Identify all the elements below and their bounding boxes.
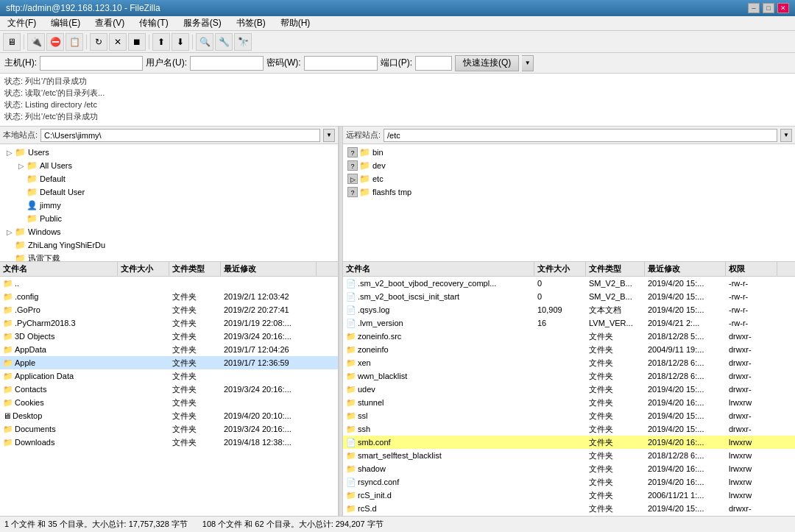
right-file-perm: lrwxrw [726, 478, 777, 486]
menu-server[interactable]: 服务器(S) [179, 15, 226, 31]
toolbar-site-manager[interactable]: 📋 [66, 33, 83, 51]
left-file-row[interactable]: 📁Documents 文件夹 2019/3/24 20:16:... [0, 422, 338, 436]
toolbar-filter[interactable]: 🔧 [215, 33, 233, 51]
left-header-date[interactable]: 最近修改 [221, 262, 317, 276]
left-header-name[interactable]: 文件名 [0, 262, 118, 276]
left-tree-item[interactable]: 📁Public [1, 212, 336, 225]
right-tree[interactable]: ?📁bin?📁dev▷📁etc?📁flashfs tmp [343, 144, 795, 262]
maximize-button[interactable]: □ [763, 3, 774, 13]
left-tree-item[interactable]: 📁Default [1, 172, 336, 185]
folder-icon: 📁 [359, 174, 370, 184]
right-header-perm[interactable]: 权限 [726, 262, 777, 276]
left-file-row[interactable]: 📁Contacts 文件夹 2019/3/24 20:16:... [0, 383, 338, 396]
toolbar-cancel[interactable]: ✕ [109, 33, 127, 51]
left-file-row[interactable]: 🖥Desktop 文件夹 2019/4/20 20:10:... [0, 409, 338, 422]
right-path-input[interactable] [384, 129, 777, 142]
left-file-row[interactable]: 📁Downloads 文件夹 2019/4/18 12:38:... [0, 436, 338, 449]
right-header-name[interactable]: 文件名 [343, 262, 534, 276]
right-file-row[interactable]: 📄rsyncd.conf 文件夹 2019/4/20 16:... lrwxrw [343, 475, 795, 489]
left-file-row[interactable]: 📁Cookies 文件夹 [0, 396, 338, 409]
right-file-row[interactable]: 📁ssl 文件夹 2019/4/20 15:... drwxr- [343, 409, 795, 422]
right-path-dropdown[interactable]: ▼ [780, 129, 792, 142]
toolbar-search[interactable]: 🔍 [196, 33, 213, 51]
left-file-row[interactable]: 📁Application Data 文件夹 [0, 369, 338, 383]
right-file-type: LVM_VER... [586, 319, 645, 327]
tree-item-label: Default [40, 174, 66, 183]
right-file-row[interactable]: 📁zoneinfo.src 文件夹 2018/12/28 5:... drwxr… [343, 330, 795, 343]
left-tree-item[interactable]: 📁Default User [1, 185, 336, 199]
left-tree-item[interactable]: 👤jimmy [1, 199, 336, 212]
left-tree-item[interactable]: 📁迅雷下载 [1, 252, 336, 262]
right-file-date: 2019/4/20 16:... [645, 478, 726, 486]
left-header-size[interactable]: 文件大小 [118, 262, 169, 276]
quickconnect-dropdown[interactable]: ▼ [522, 55, 534, 71]
left-file-list[interactable]: 📁.. 📁.config 文件夹 2019/2/1 12:03:42 📁.GoP… [0, 277, 338, 516]
toolbar-download[interactable]: ⬇ [172, 33, 189, 51]
left-path-dropdown[interactable]: ▼ [323, 129, 335, 142]
right-file-name: 📁rcS_init.d [343, 491, 534, 500]
toolbar-refresh[interactable]: ↻ [90, 33, 107, 51]
right-file-row[interactable]: 📁udev 文件夹 2019/4/20 15:... drwxr- [343, 383, 795, 396]
left-file-row[interactable]: 📁AppData 文件夹 2019/1/7 12:04:26 [0, 343, 338, 356]
right-file-row[interactable]: 📄.lvm_version 16 LVM_VER... 2019/4/21 2:… [343, 316, 795, 330]
close-button[interactable]: ✕ [777, 3, 789, 13]
quickconnect-button[interactable]: 快速连接(Q) [455, 55, 519, 71]
right-header-date[interactable]: 最近修改 [645, 262, 726, 276]
left-file-row[interactable]: 📁Apple 文件夹 2019/1/7 12:36:59 [0, 356, 338, 369]
right-file-row[interactable]: 📁rcS.d 文件夹 2019/4/20 15:... drwxr- [343, 502, 795, 515]
right-file-row[interactable]: 📁smart_selftest_blacklist 文件夹 2018/12/28… [343, 449, 795, 462]
right-file-type: 文件夹 [586, 344, 645, 355]
right-header-type[interactable]: 文件类型 [586, 262, 645, 276]
toolbar-new-connection[interactable]: 🖥 [3, 33, 21, 51]
menu-help[interactable]: 帮助(H) [276, 15, 315, 31]
pass-input[interactable] [304, 56, 378, 71]
toolbar-connect[interactable]: 🔌 [27, 33, 45, 51]
toolbar-upload[interactable]: ⬆ [152, 33, 170, 51]
right-file-type: 文件夹 [586, 490, 645, 501]
right-header-size[interactable]: 文件大小 [534, 262, 586, 276]
left-tree-item[interactable]: ▷📁All Users [1, 159, 336, 172]
right-file-row[interactable]: 📁stunnel 文件夹 2019/4/20 16:... lrwxrw [343, 396, 795, 409]
right-file-row[interactable]: 📁zoneinfo 文件夹 2004/9/11 19:... drwxr- [343, 343, 795, 356]
right-file-row[interactable]: 📁xen 文件夹 2018/12/28 6:... drwxr- [343, 356, 795, 369]
left-tree[interactable]: ▷📁Users▷📁All Users 📁Default 📁Default Use… [0, 144, 338, 262]
left-file-row[interactable]: 📁.config 文件夹 2019/2/1 12:03:42 [0, 290, 338, 303]
right-tree-item[interactable]: ?📁dev [344, 159, 794, 172]
menu-file[interactable]: 文件(F) [3, 15, 40, 31]
right-file-date: 2019/4/20 15:... [645, 411, 726, 420]
right-file-row[interactable]: 📁rcS_init.d 文件夹 2006/11/21 1:... lrwxrw [343, 489, 795, 502]
menu-bookmark[interactable]: 书签(B) [232, 15, 270, 31]
right-file-row[interactable]: 📄smb.conf 文件夹 2019/4/20 16:... lrwxrw [343, 436, 795, 449]
left-tree-item[interactable]: 📁ZhiLang YingShiErDu [1, 238, 336, 252]
toolbar-disconnect[interactable]: ⛔ [46, 33, 64, 51]
left-file-row[interactable]: 📁.PyCharm2018.3 文件夹 2019/1/19 22:08:... [0, 316, 338, 330]
left-file-row[interactable]: 📁.GoPro 文件夹 2019/2/2 20:27:41 [0, 303, 338, 316]
left-tree-item[interactable]: ▷📁Windows [1, 225, 336, 238]
left-file-row[interactable]: 📁3D Objects 文件夹 2019/3/24 20:16:... [0, 330, 338, 343]
left-header-type[interactable]: 文件类型 [169, 262, 221, 276]
left-file-type: 文件夹 [169, 358, 221, 369]
host-input[interactable] [40, 56, 143, 71]
port-input[interactable] [415, 56, 452, 71]
user-input[interactable] [190, 56, 264, 71]
left-path-input[interactable] [40, 129, 320, 142]
right-file-list[interactable]: 📄.sm_v2_boot_vjbod_recovery_compl... 0 S… [343, 277, 795, 516]
left-file-row[interactable]: 📁.. [0, 277, 338, 290]
right-tree-item[interactable]: ▷📁etc [344, 172, 794, 185]
minimize-button[interactable]: – [748, 3, 760, 13]
menu-transfer[interactable]: 传输(T) [135, 15, 172, 31]
toolbar-sep-3 [149, 35, 149, 49]
right-file-row[interactable]: 📁shadow 文件夹 2019/4/20 16:... lrwxrw [343, 462, 795, 475]
right-file-row[interactable]: 📄.sm_v2_boot_vjbod_recovery_compl... 0 S… [343, 277, 795, 290]
left-tree-item[interactable]: ▷📁Users [1, 146, 336, 159]
right-tree-item[interactable]: ?📁bin [344, 146, 794, 159]
right-file-row[interactable]: 📁ssh 文件夹 2019/4/20 15:... drwxr- [343, 422, 795, 436]
menu-edit[interactable]: 编辑(E) [46, 15, 85, 31]
menu-view[interactable]: 查看(V) [91, 15, 129, 31]
toolbar-binoculars[interactable]: 🔭 [234, 33, 252, 51]
right-tree-item[interactable]: ?📁flashfs tmp [344, 185, 794, 199]
right-file-row[interactable]: 📄.sm_v2_boot_iscsi_init_start 0 SM_V2_B.… [343, 290, 795, 303]
right-file-row[interactable]: 📁wwn_blacklist 文件夹 2018/12/28 6:... drwx… [343, 369, 795, 383]
toolbar-stop[interactable]: ⏹ [128, 33, 146, 51]
right-file-row[interactable]: 📄.qsys.log 10,909 文本文档 2019/4/20 15:... … [343, 303, 795, 316]
